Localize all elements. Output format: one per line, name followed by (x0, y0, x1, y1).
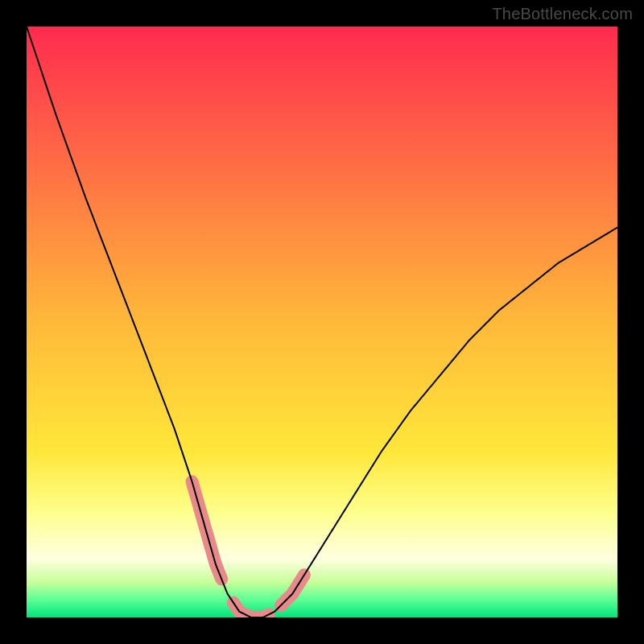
bottleneck-curve-chart (27, 27, 617, 617)
watermark-text: TheBottleneck.com (492, 5, 633, 23)
plot-area (27, 27, 617, 617)
chart-frame: TheBottleneck.com (0, 0, 644, 644)
gradient-background (27, 27, 617, 617)
